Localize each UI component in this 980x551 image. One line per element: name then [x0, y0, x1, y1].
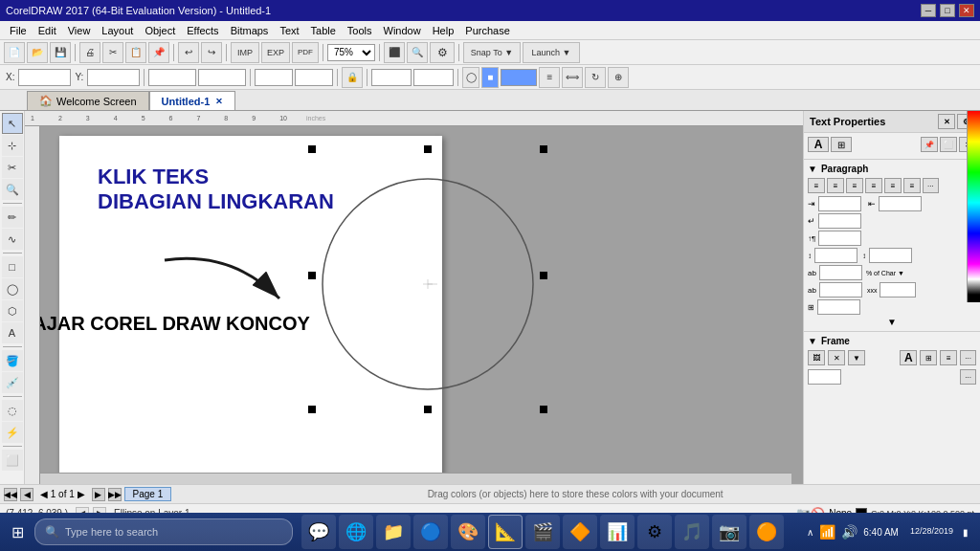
- handle-tl[interactable]: [308, 145, 316, 153]
- menu-purchase[interactable]: Purchase: [459, 23, 515, 38]
- color-palette[interactable]: [967, 111, 980, 302]
- export-button[interactable]: EXP: [261, 42, 290, 63]
- fill-tool[interactable]: 🪣: [2, 350, 23, 371]
- scrollbar-horizontal[interactable]: [40, 473, 791, 484]
- menu-edit[interactable]: Edit: [33, 23, 62, 38]
- frame-A-button[interactable]: A: [900, 350, 917, 365]
- tray-show-hidden[interactable]: ∧: [807, 526, 813, 539]
- new-button[interactable]: 📄: [4, 42, 25, 63]
- panel-close-button[interactable]: ✕: [938, 114, 955, 129]
- frame-x-button[interactable]: ✕: [828, 350, 845, 365]
- taskbar-edge[interactable]: 🌐: [339, 515, 373, 549]
- taskbar-chrome[interactable]: 🔵: [413, 515, 448, 549]
- w-pct-input[interactable]: 100.0: [255, 69, 293, 86]
- menu-layout[interactable]: Layout: [96, 23, 139, 38]
- x-input[interactable]: 12.26 ": [18, 69, 71, 86]
- outline-options-button[interactable]: ◯: [462, 67, 479, 88]
- redo-button[interactable]: ↪: [201, 42, 222, 63]
- crop-tool[interactable]: ✂: [2, 157, 23, 178]
- align-button[interactable]: ≡: [539, 67, 560, 88]
- menu-file[interactable]: File: [4, 23, 33, 38]
- interactive-tool[interactable]: ⚡: [2, 422, 23, 443]
- copy-button[interactable]: 📋: [125, 42, 146, 63]
- menu-help[interactable]: Help: [427, 23, 460, 38]
- canvas-content[interactable]: KLIK TEKS DIBAGIAN LINGKARAN LAJAR COREL…: [40, 126, 803, 484]
- shape-tool[interactable]: ⊹: [2, 135, 23, 156]
- next-page-button[interactable]: ▶: [92, 488, 105, 501]
- menu-window[interactable]: Window: [378, 23, 427, 38]
- align-force-button[interactable]: ≡: [903, 178, 921, 193]
- pdf-button[interactable]: PDF: [292, 42, 319, 63]
- h-pct-input[interactable]: 100.0: [295, 69, 333, 86]
- close-button[interactable]: ✕: [959, 4, 974, 17]
- panel-expand-button[interactable]: ⬜: [940, 137, 957, 152]
- tray-show-desktop[interactable]: ▮: [963, 526, 969, 539]
- baseline-pct-input[interactable]: [880, 282, 916, 298]
- y-input[interactable]: 5.983 ": [87, 69, 140, 86]
- full-screen-button[interactable]: ⬛: [384, 42, 405, 63]
- maximize-button[interactable]: □: [940, 4, 955, 17]
- taskbar-coreldraw[interactable]: 📐: [488, 515, 523, 549]
- align-none-button[interactable]: ≡: [808, 178, 825, 193]
- panel-pin-button[interactable]: 📌: [921, 137, 938, 152]
- menu-tools[interactable]: Tools: [342, 23, 378, 38]
- lock-ratio-button[interactable]: 🔒: [342, 67, 363, 88]
- artistic-media-tool[interactable]: ∿: [2, 229, 23, 250]
- menu-effects[interactable]: Effects: [181, 23, 224, 38]
- menu-bitmaps[interactable]: Bitmaps: [225, 23, 275, 38]
- options-button[interactable]: ⚙: [430, 42, 455, 63]
- outline-tool[interactable]: ◌: [2, 400, 23, 421]
- char-spacing-input[interactable]: 0.0 %: [819, 265, 862, 280]
- grid-input[interactable]: [817, 299, 860, 315]
- taskbar-app11[interactable]: 📷: [712, 515, 746, 549]
- circle-object[interactable]: [308, 145, 547, 413]
- prev-page-button[interactable]: ◀: [20, 488, 33, 501]
- angle2-input[interactable]: 90.0 °: [413, 69, 454, 86]
- polygon-tool[interactable]: ⬡: [2, 300, 23, 321]
- height-input[interactable]: 4.75 ": [198, 69, 246, 86]
- frame-count-input[interactable]: 1: [808, 369, 841, 385]
- canvas-area[interactable]: 1 2 3 4 5 6 7 8 9 10 inches KLIK TEKS DI…: [25, 111, 803, 484]
- zoom-dropdown[interactable]: 75%50%100%: [327, 44, 375, 61]
- handle-bl[interactable]: [308, 406, 316, 413]
- before-para-input[interactable]: 0.0 ": [818, 231, 861, 246]
- text-tool[interactable]: A: [2, 322, 23, 343]
- import-button[interactable]: IMP: [231, 42, 259, 63]
- handle-tc[interactable]: [424, 145, 432, 153]
- taskbar-app9[interactable]: ⚙: [637, 515, 672, 549]
- first-page-button[interactable]: ◀◀: [4, 488, 17, 501]
- word-spacing-input[interactable]: 100.0 %: [869, 248, 912, 263]
- print-button[interactable]: 🖨: [79, 42, 100, 63]
- transparency-tool[interactable]: ⬜: [2, 450, 23, 471]
- last-page-button[interactable]: ▶▶: [108, 488, 122, 501]
- zoom-in-button[interactable]: 🔍: [407, 42, 428, 63]
- taskbar-app7[interactable]: 🔶: [563, 515, 597, 549]
- open-button[interactable]: 📂: [27, 42, 48, 63]
- transform-button[interactable]: ↻: [585, 67, 606, 88]
- ellipse-tool[interactable]: ◯: [2, 278, 23, 299]
- taskbar-photoshop[interactable]: 🎨: [451, 515, 485, 549]
- outline-color-button[interactable]: ■: [481, 67, 499, 88]
- align-justify-button[interactable]: ≡: [884, 178, 902, 193]
- first-line-input[interactable]: 0.0 ": [818, 213, 861, 229]
- eyedropper-tool[interactable]: 💉: [2, 372, 23, 393]
- handle-mr[interactable]: [540, 272, 547, 279]
- freehand-tool[interactable]: ✏: [2, 207, 23, 228]
- tab-welcome[interactable]: 🏠 Welcome Screen: [27, 91, 149, 110]
- save-button[interactable]: 💾: [50, 42, 71, 63]
- frame-options-button[interactable]: ···: [960, 369, 976, 385]
- frame-align-button[interactable]: ≡: [940, 350, 957, 365]
- menu-object[interactable]: Object: [139, 23, 181, 38]
- minimize-button[interactable]: ─: [921, 4, 936, 17]
- font-char-button[interactable]: ⊞: [831, 137, 852, 152]
- taskbar-app10[interactable]: 🎵: [675, 515, 709, 549]
- more-button[interactable]: ⊕: [608, 67, 629, 88]
- align-center-button[interactable]: ≡: [846, 178, 863, 193]
- baseline-input[interactable]: 0.0 %: [819, 282, 862, 298]
- start-button[interactable]: ⊞: [4, 519, 32, 545]
- handle-br[interactable]: [540, 406, 547, 413]
- handle-tr[interactable]: [540, 145, 547, 153]
- taskbar-cortana[interactable]: 💬: [301, 515, 336, 549]
- handle-ml[interactable]: [308, 272, 316, 279]
- frame-dropdown-button[interactable]: ▼: [848, 350, 865, 365]
